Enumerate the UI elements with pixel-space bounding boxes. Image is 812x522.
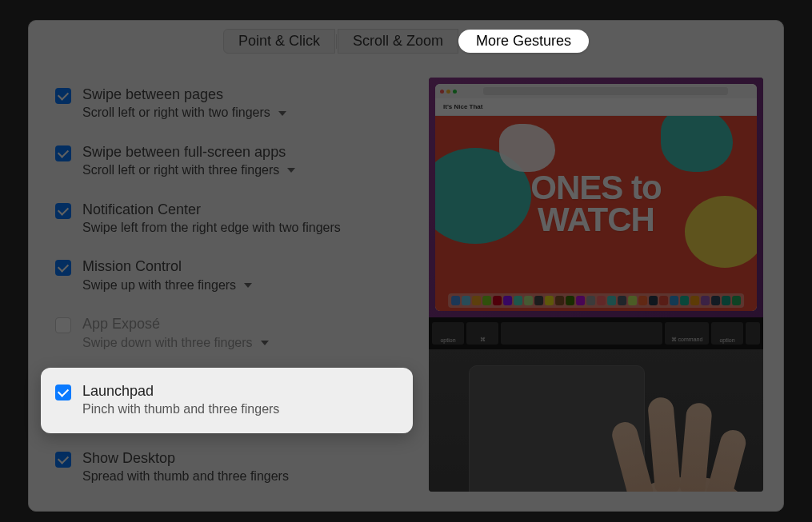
- traffic-light-minimize-icon: [446, 90, 450, 94]
- preview-trackpad-area: [429, 349, 763, 492]
- dock-app-icon: [597, 296, 606, 305]
- option-title: Notification Center: [82, 201, 341, 219]
- dock-app-icon: [607, 296, 616, 305]
- dock-app-icon: [555, 296, 564, 305]
- gesture-preview-video: It's Nice That ONES to WATCH: [429, 78, 763, 492]
- gesture-options-column: Swipe between pages Scroll left or right…: [29, 78, 413, 498]
- option-app-expose[interactable]: App Exposé Swipe down with three fingers: [49, 307, 413, 365]
- dock-app-icon: [732, 296, 741, 305]
- dock-app-icon: [472, 296, 481, 305]
- preview-hero-text: ONES to WATCH: [530, 172, 661, 236]
- preview-dock: [448, 293, 744, 308]
- tab-separator: [336, 34, 337, 49]
- touchbar-key: option: [432, 322, 464, 345]
- dock-app-icon: [566, 296, 574, 305]
- option-mission-control[interactable]: Mission Control Swipe up with three fing…: [49, 249, 413, 307]
- option-title: Show Desktop: [82, 449, 289, 468]
- traffic-light-close-icon: [440, 90, 444, 94]
- option-title: Swipe between pages: [82, 86, 286, 104]
- option-title: Launchpad: [82, 382, 279, 400]
- option-title: Mission Control: [82, 257, 252, 276]
- option-subtitle-dropdown[interactable]: Scroll left or right with two fingers: [82, 104, 286, 122]
- option-subtitle: Spread with thumb and three fingers: [82, 468, 289, 485]
- option-title: Swipe between full-screen apps: [82, 143, 295, 161]
- preview-hero-area: ONES to WATCH: [435, 116, 757, 311]
- dock-app-icon: [482, 296, 491, 305]
- preview-browser-window: It's Nice That ONES to WATCH: [435, 84, 757, 311]
- traffic-light-zoom-icon: [453, 90, 457, 94]
- preview-url-bar: [483, 87, 728, 95]
- touchbar-key: ⌘ command: [665, 322, 709, 345]
- dock-app-icon: [628, 296, 637, 305]
- checkbox-app-expose[interactable]: [55, 317, 71, 333]
- dock-app-icon: [503, 296, 512, 305]
- dock-app-icon: [701, 296, 710, 305]
- trackpad-preferences-panel: Point & Click Scroll & Zoom More Gesture…: [28, 20, 784, 512]
- option-subtitle-dropdown[interactable]: Scroll left or right with three fingers: [82, 161, 295, 179]
- dock-app-icon: [451, 296, 460, 305]
- tab-bar: Point & Click Scroll & Zoom More Gesture…: [29, 29, 783, 54]
- dock-app-icon: [670, 296, 678, 305]
- option-launchpad[interactable]: Launchpad Pinch with thumb and three fin…: [41, 368, 413, 433]
- dock-app-icon: [545, 296, 554, 305]
- content-area: Swipe between pages Scroll left or right…: [29, 54, 783, 498]
- checkbox-launchpad[interactable]: [55, 385, 71, 400]
- checkbox-swipe-fullscreen-apps[interactable]: [55, 145, 71, 161]
- chevron-down-icon: [244, 283, 252, 288]
- preview-browser-chrome: [435, 84, 757, 98]
- dock-app-icon: [722, 296, 730, 305]
- dock-app-icon: [534, 296, 543, 305]
- option-swipe-fullscreen-apps[interactable]: Swipe between full-screen apps Scroll le…: [49, 135, 413, 193]
- option-swipe-between-pages[interactable]: Swipe between pages Scroll left or right…: [49, 78, 413, 135]
- tab-point-click[interactable]: Point & Click: [223, 29, 335, 54]
- preview-site-name: It's Nice That: [443, 103, 482, 110]
- preview-touchbar: option ⌘ ⌘ command option: [429, 317, 763, 349]
- touchbar-key: [746, 322, 760, 345]
- dock-app-icon: [524, 296, 533, 305]
- checkbox-notification-center[interactable]: [55, 203, 71, 219]
- option-subtitle: Swipe left from the right edge with two …: [82, 219, 341, 237]
- chevron-down-icon: [287, 168, 295, 173]
- touchbar-spacer: [501, 322, 662, 345]
- option-subtitle-dropdown[interactable]: Swipe up with three fingers: [82, 277, 252, 294]
- dock-app-icon: [690, 296, 699, 305]
- checkbox-mission-control[interactable]: [55, 260, 71, 276]
- checkbox-show-desktop[interactable]: [55, 452, 71, 468]
- dock-app-icon: [659, 296, 668, 305]
- dock-app-icon: [638, 296, 647, 305]
- option-subtitle: Pinch with thumb and three fingers: [82, 400, 279, 418]
- preview-site-header: It's Nice That: [435, 98, 757, 116]
- dock-app-icon: [586, 296, 595, 305]
- tab-scroll-zoom[interactable]: Scroll & Zoom: [338, 29, 458, 54]
- gesture-preview-column: It's Nice That ONES to WATCH: [429, 78, 765, 498]
- option-notification-center[interactable]: Notification Center Swipe left from the …: [49, 193, 413, 250]
- dock-app-icon: [618, 296, 626, 305]
- touchbar-key: option: [711, 322, 743, 345]
- dock-app-icon: [680, 296, 689, 305]
- option-subtitle-dropdown[interactable]: Swipe down with three fingers: [82, 334, 269, 352]
- abstract-shape-icon: [661, 116, 733, 172]
- option-show-desktop[interactable]: Show Desktop Spread with thumb and three…: [49, 441, 413, 499]
- dock-app-icon: [514, 296, 522, 305]
- dock-app-icon: [462, 296, 470, 305]
- dock-app-icon: [576, 296, 585, 305]
- abstract-shape-icon: [685, 196, 757, 268]
- abstract-shape-icon: [499, 124, 555, 172]
- dock-app-icon: [711, 296, 720, 305]
- touchbar-key: ⌘: [466, 322, 498, 345]
- chevron-down-icon: [278, 111, 286, 116]
- dock-app-icon: [493, 296, 502, 305]
- preview-hand-icon: [571, 381, 763, 492]
- dock-app-icon: [649, 296, 658, 305]
- tab-more-gestures[interactable]: More Gestures: [458, 30, 589, 53]
- checkbox-swipe-between-pages[interactable]: [55, 88, 71, 104]
- preview-laptop-screen: It's Nice That ONES to WATCH: [429, 78, 763, 317]
- chevron-down-icon: [261, 341, 269, 345]
- option-title: App Exposé: [82, 315, 269, 333]
